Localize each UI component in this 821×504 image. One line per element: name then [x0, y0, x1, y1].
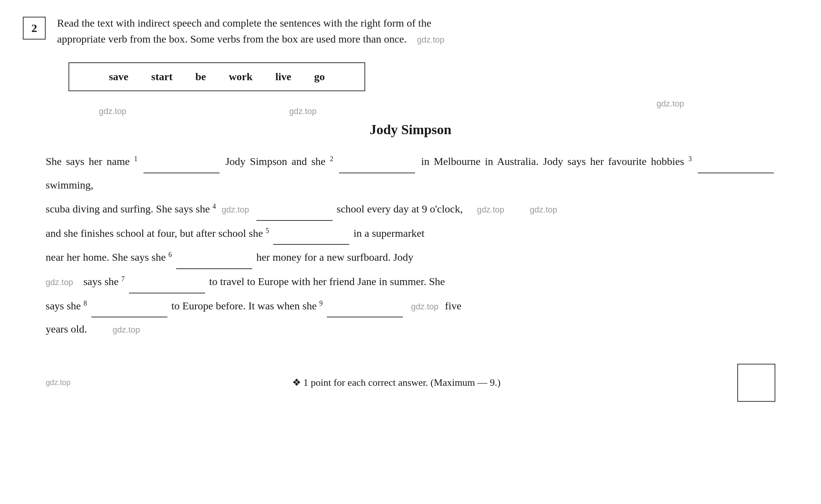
sentence-6-mid: to travel to Europe with her friend Jane… [209, 276, 445, 287]
sentence-1-start: She says her name [46, 155, 130, 167]
superscript-8: 8 [84, 299, 87, 307]
blank-2 [339, 149, 415, 173]
verb-work: work [229, 71, 253, 83]
blank-3 [698, 149, 774, 173]
sentence-4-start: and she finishes school at four, but aft… [46, 227, 263, 239]
exercise-number: 2 [23, 17, 46, 40]
sentence-3-start: scuba diving and surfing. She says she [46, 203, 210, 215]
watermark-inline-5: gdz.top [411, 302, 438, 311]
footer: gdz.top ❖ 1 point for each correct answe… [23, 364, 798, 402]
blank-8 [91, 293, 167, 318]
watermark-inline-3: gdz.top [530, 205, 557, 214]
superscript-6: 6 [169, 251, 172, 258]
watermark-header: gdz.top [417, 35, 444, 44]
instruction-line2: appropriate verb from the box. Some verb… [57, 33, 407, 45]
superscript-3: 3 [689, 155, 692, 163]
instruction-text: Read the text with indirect speech and c… [57, 15, 798, 47]
verb-be: be [196, 71, 206, 83]
score-box [737, 364, 775, 402]
verb-save: save [109, 71, 128, 83]
blank-5 [273, 221, 349, 245]
sentence-2-end: swimming, [46, 179, 93, 191]
sentence-5-start: near her home. She says she [46, 251, 166, 263]
sentence-5-mid: her money for a new surfboard. Jody [256, 251, 414, 263]
sentence-1-end: in [421, 155, 430, 167]
blank-4 [256, 197, 333, 221]
sentence-3-mid: school every day at 9 o'clock, [337, 203, 463, 215]
paragraph: She says her name 1 Jody Simpson and she… [46, 149, 775, 341]
watermark-inline-4: gdz.top [46, 277, 73, 287]
verb-go: go [314, 71, 325, 83]
verb-box: save start be work live go [68, 62, 365, 91]
verb-start: start [151, 71, 173, 83]
sentence-4-end: in a supermarket [353, 227, 425, 239]
blank-7 [129, 269, 205, 293]
footer-watermark: gdz.top [46, 378, 71, 387]
sentence-6-start: says she [83, 276, 119, 287]
watermarks-top-row: gdz.top gdz.top gdz.top Jody Simpson [23, 106, 798, 138]
superscript-9: 9 [319, 299, 323, 307]
section-title: Jody Simpson [23, 106, 798, 138]
watermark-inline-2: gdz.top [477, 205, 504, 214]
blank-1 [143, 149, 220, 173]
superscript-4: 4 [213, 203, 216, 210]
sentence-7-start: says she [46, 300, 81, 312]
superscript-5: 5 [266, 227, 269, 234]
superscript-1: 1 [134, 155, 137, 163]
sentence-1-mid: Jody Simpson and she [225, 155, 325, 167]
blank-6 [176, 245, 252, 269]
sentence-7-mid: to Europe before. It was when she [172, 300, 317, 312]
watermark-inline-1: gdz.top [222, 205, 249, 214]
watermark-inline-6: gdz.top [113, 325, 140, 334]
footer-note: ❖ 1 point for each correct answer. (Maxi… [71, 377, 722, 388]
content-area: She says her name 1 Jody Simpson and she… [23, 149, 798, 341]
exercise-header: 2 Read the text with indirect speech and… [23, 15, 798, 47]
sentence-2-text: Melbourne in Australia. Jody says her fa… [434, 155, 684, 167]
blank-9 [327, 293, 403, 318]
sentence-8: years old. [46, 323, 87, 335]
superscript-7: 7 [121, 275, 125, 283]
sentence-7-end: five [445, 300, 461, 312]
superscript-2: 2 [330, 155, 333, 163]
verb-live: live [275, 71, 291, 83]
instruction-line1: Read the text with indirect speech and c… [57, 17, 431, 29]
